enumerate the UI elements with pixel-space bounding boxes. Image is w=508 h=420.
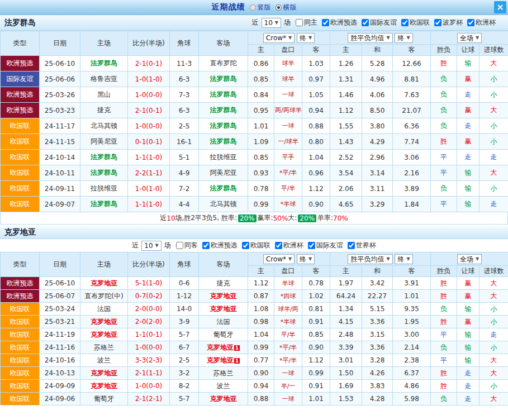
avg-away: 7.74 [393, 134, 431, 150]
final-odds-dropdown[interactable]: 终▼ [395, 33, 412, 43]
avg-away: 2.14 [393, 341, 431, 354]
summary-segment: 大: [288, 213, 297, 223]
avg-home: 1.69 [330, 380, 362, 393]
chevron-down-icon: ▼ [476, 34, 479, 42]
score: 1-1(0-1) [128, 328, 170, 341]
checkbox-input[interactable] [242, 242, 249, 249]
summary-segment: 赢率: [258, 213, 273, 223]
radio-horizontal-layout[interactable]: 横版 [276, 3, 297, 12]
home-team: 克罗地亚 [80, 277, 128, 290]
avg-odds-dropdown[interactable]: 胜平负均值▼ [348, 254, 392, 264]
filter-checkbox[interactable]: 欧洲杯 [467, 18, 496, 27]
checkbox-input[interactable] [296, 19, 303, 26]
checkbox-input[interactable] [401, 19, 409, 26]
section-faroe-islands: 法罗群岛 近 10▼ 场 同主欧洲预选国际友谊欧国联波罗杯欧洲杯 类型 日期 主… [0, 15, 508, 225]
result-goals: 小 [479, 316, 508, 328]
score: 0-1(0-1) [128, 134, 170, 150]
bookmaker-dropdown[interactable]: Crow*▼ [263, 254, 295, 264]
match-row: 欧国联24-11-19克罗地亚1-1(0-1)5-7葡萄牙1.04平/半0.85… [1, 328, 508, 341]
team-title: 克罗地亚 [4, 227, 36, 237]
match-type: 欧洲预选 [1, 87, 40, 103]
result-group-header: 全场▼ [431, 252, 508, 266]
final-odds-dropdown[interactable]: 终▼ [297, 33, 315, 43]
recent-results-dialog: 近期战绩 竖版 横版 × 法罗群岛 近 10▼ 场 同主欧洲预选国际友谊欧国联波… [0, 0, 508, 405]
team: 拉脱维亚 [91, 184, 117, 192]
checkbox-label: 国际友谊 [316, 241, 343, 250]
filter-checkbox[interactable]: 国际友谊 [362, 18, 397, 27]
col-header-goals: 进球数 [479, 45, 508, 56]
corners: 0-6 [170, 277, 199, 290]
checkbox-input[interactable] [202, 242, 210, 249]
filter-checkbox[interactable]: 欧洲预选 [202, 241, 238, 250]
handicap-group-header: Crow*▼ 终▼ [248, 31, 330, 45]
avg-draw: 4.29 [362, 134, 393, 150]
bookmaker-dropdown[interactable]: Crow*▼ [263, 33, 295, 43]
filter-checkbox[interactable]: 欧国联 [401, 18, 430, 27]
avg-away: 1.95 [393, 316, 431, 328]
filter-checkbox[interactable]: 国际友谊 [308, 241, 343, 250]
radio-vertical-layout[interactable]: 竖版 [250, 3, 271, 12]
col-header-let: 让球 [457, 266, 479, 277]
chevron-down-icon: ▼ [155, 242, 159, 250]
avg-home: 1.46 [330, 87, 362, 103]
filter-checkbox[interactable]: 世界杯 [348, 241, 376, 250]
avg-odds-dropdown[interactable]: 胜平负均值▼ [348, 33, 392, 43]
final-odds-dropdown[interactable]: 终▼ [395, 254, 412, 264]
avg-draw: 3.28 [362, 354, 393, 367]
team: 黑山 [97, 90, 111, 98]
handicap-line: 一/球半 [274, 134, 302, 150]
scope-dropdown[interactable]: 全场▼ [457, 254, 482, 264]
home-team: 捷克 [80, 103, 128, 118]
checkbox-input[interactable] [467, 19, 474, 26]
result-goals: 走 [479, 197, 508, 212]
away-team: 法国 [199, 316, 248, 328]
away-team: 法罗群岛 [199, 118, 248, 134]
final-odds-dropdown[interactable]: 终▼ [297, 254, 315, 264]
matches-tbody: 欧洲预选25-06-10克罗地亚5-1(1-0)0-6捷克1.12半球0.781… [1, 277, 508, 405]
avg-away: 21.07 [393, 103, 431, 118]
home-team: 拉脱维亚 [80, 181, 128, 197]
filter-checkbox[interactable]: 波罗杯 [434, 18, 463, 27]
filter-checkbox[interactable]: 同主 [296, 18, 317, 27]
result-handicap: 走 [457, 380, 479, 393]
home-team: 黑山 [80, 87, 128, 103]
filter-checkbox[interactable]: 欧洲预选 [322, 18, 357, 27]
checkbox-input[interactable] [348, 242, 355, 249]
corners: 5-1 [170, 150, 199, 165]
filter-checkbox[interactable]: 同客 [176, 241, 198, 250]
checkbox-input[interactable] [434, 19, 441, 26]
match-count-select[interactable]: 10▼ [262, 18, 281, 28]
corners: 5-7 [170, 328, 199, 341]
away-team: 葡萄牙 [199, 328, 248, 341]
close-button[interactable]: × [494, 1, 506, 13]
avg-draw: 4.28 [362, 393, 393, 405]
checkbox-input[interactable] [322, 19, 329, 26]
result-handicap: 赢 [457, 103, 479, 118]
odds-home: 0.88 [248, 393, 274, 405]
handicap-line: 一球 [274, 393, 302, 405]
checkbox-input[interactable] [308, 242, 315, 249]
corners: 2-5 [170, 118, 199, 134]
scope-dropdown[interactable]: 全场▼ [457, 33, 482, 43]
result-goals: 大 [479, 290, 508, 303]
checkbox-input[interactable] [176, 242, 183, 249]
avg-draw: 22.27 [362, 290, 393, 303]
corners: 3-2 [170, 367, 199, 380]
avg-draw: 5.28 [362, 56, 393, 71]
avg-home: 1.12 [330, 103, 362, 118]
filter-checkbox[interactable]: 欧国联 [242, 241, 270, 250]
match-row: 欧国联24-11-16苏格兰1-0(0-0)6-7克罗地亚10.99*平/半0.… [1, 341, 508, 354]
focus-team: 法罗群岛 [210, 122, 237, 130]
match-count-select[interactable]: 10▼ [141, 241, 161, 251]
team: 北马其顿 [210, 200, 237, 208]
handicap-line: 两/两球半 [274, 103, 302, 118]
result-handicap: 走 [457, 87, 479, 103]
checkbox-input[interactable] [275, 242, 282, 249]
result-handicap: 走 [457, 393, 479, 405]
summary-segment: 单率: [317, 213, 333, 223]
checkbox-input[interactable] [362, 19, 369, 26]
home-team: 格鲁吉亚 [80, 71, 128, 87]
match-type: 欧洲预选 [1, 103, 40, 118]
filter-checkbox[interactable]: 欧洲杯 [275, 241, 303, 250]
result-goals: 小 [479, 303, 508, 316]
